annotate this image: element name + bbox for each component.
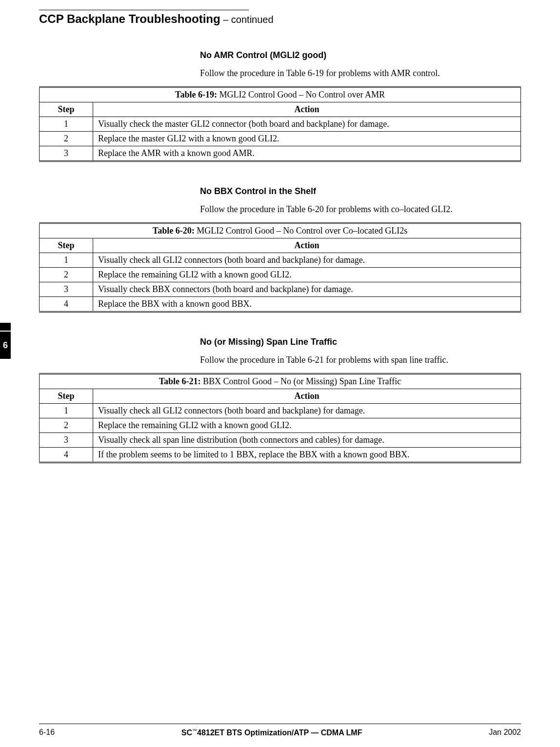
table-6-19: Table 6-19: MGLI2 Control Good – No Cont… (39, 86, 521, 162)
col-step: Step (40, 389, 93, 404)
table-label: Table 6-19: (175, 90, 217, 99)
table-caption: Table 6-21: BBX Control Good – No (or Mi… (40, 374, 521, 389)
chapter-tab: 6 (0, 332, 11, 359)
step-cell: 1 (40, 253, 93, 268)
table-row: 1Visually check the master GLI2 connecto… (40, 117, 521, 132)
action-cell: Visually check all GLI2 connectors (both… (93, 404, 521, 418)
action-cell: Visually check BBX connectors (both boar… (93, 282, 521, 297)
section-heading-amr: No AMR Control (MGLI2 good) (200, 50, 521, 60)
step-cell: 2 (40, 268, 93, 282)
table-caption-text: BBX Control Good – No (or Missing) Span … (201, 376, 401, 386)
top-rule (39, 10, 249, 10)
action-cell: Visually check the master GLI2 connector… (93, 117, 521, 132)
action-cell: Visually check all span line distributio… (93, 433, 521, 448)
action-cell: Replace the AMR with a known good AMR. (93, 146, 521, 161)
col-action: Action (93, 238, 521, 253)
footer-rest: 4812ET BTS Optimization/ATP — CDMA LMF (197, 728, 362, 737)
col-step: Step (40, 238, 93, 253)
step-cell: 3 (40, 282, 93, 297)
footer-row: 6-16 SC™4812ET BTS Optimization/ATP — CD… (39, 728, 521, 737)
table-row: 4Replace the BBX with a known good BBX. (40, 297, 521, 312)
section-text-span: Follow the procedure in Table 6-21 for p… (200, 355, 521, 365)
step-cell: 3 (40, 146, 93, 161)
page: CCP Backplane Troubleshooting – continue… (0, 0, 560, 747)
table-row: 1Visually check all GLI2 connectors (bot… (40, 253, 521, 268)
table-row: 1Visually check all GLI2 connectors (bot… (40, 404, 521, 418)
page-title: CCP Backplane Troubleshooting – continue… (39, 12, 521, 26)
table-caption-text: MGLI2 Control Good – No Control over Co–… (195, 226, 407, 236)
page-title-main: CCP Backplane Troubleshooting (39, 12, 220, 25)
trademark-icon: ™ (192, 728, 197, 733)
step-cell: 2 (40, 418, 93, 433)
action-cell: If the problem seems to be limited to 1 … (93, 448, 521, 463)
action-cell: Visually check all GLI2 connectors (both… (93, 253, 521, 268)
step-cell: 1 (40, 117, 93, 132)
page-footer: 6-16 SC™4812ET BTS Optimization/ATP — CD… (39, 724, 521, 737)
table-row: 2Replace the master GLI2 with a known go… (40, 132, 521, 146)
table-row: 3Replace the AMR with a known good AMR. (40, 146, 521, 161)
table-row: 3Visually check BBX connectors (both boa… (40, 282, 521, 297)
table-caption-row: Table 6-19: MGLI2 Control Good – No Cont… (40, 87, 521, 102)
table-row: 3Visually check all span line distributi… (40, 433, 521, 448)
table-6-20: Table 6-20: MGLI2 Control Good – No Cont… (39, 222, 521, 313)
table-label: Table 6-21: (159, 376, 201, 386)
step-cell: 1 (40, 404, 93, 418)
table-caption: Table 6-20: MGLI2 Control Good – No Cont… (40, 223, 521, 238)
step-cell: 4 (40, 297, 93, 312)
step-cell: 2 (40, 132, 93, 146)
table-row: 4If the problem seems to be limited to 1… (40, 448, 521, 463)
table-label: Table 6-20: (153, 226, 195, 236)
section-heading-span: No (or Missing) Span Line Traffic (200, 337, 521, 347)
table-6-21: Table 6-21: BBX Control Good – No (or Mi… (39, 373, 521, 463)
footer-prefix: SC (181, 728, 192, 737)
footer-page-num: 6-16 (39, 728, 55, 737)
table-row: 2Replace the remaining GLI2 with a known… (40, 418, 521, 433)
action-cell: Replace the remaining GLI2 with a known … (93, 268, 521, 282)
col-action: Action (93, 389, 521, 404)
table-caption-row: Table 6-21: BBX Control Good – No (or Mi… (40, 374, 521, 389)
action-cell: Replace the BBX with a known good BBX. (93, 297, 521, 312)
table-caption: Table 6-19: MGLI2 Control Good – No Cont… (40, 87, 521, 102)
page-title-continued: – continued (220, 14, 274, 25)
table-header-row: Step Action (40, 389, 521, 404)
action-cell: Replace the master GLI2 with a known goo… (93, 132, 521, 146)
col-step: Step (40, 102, 93, 117)
table-row: 2Replace the remaining GLI2 with a known… (40, 268, 521, 282)
section-heading-bbx: No BBX Control in the Shelf (200, 186, 521, 197)
footer-doc-title: SC™4812ET BTS Optimization/ATP — CDMA LM… (181, 728, 362, 737)
table-header-row: Step Action (40, 238, 521, 253)
footer-date: Jan 2002 (489, 728, 521, 737)
section-text-amr: Follow the procedure in Table 6-19 for p… (200, 68, 521, 79)
section-text-bbx: Follow the procedure in Table 6-20 for p… (200, 204, 521, 215)
table-header-row: Step Action (40, 102, 521, 117)
step-cell: 3 (40, 433, 93, 448)
table-caption-row: Table 6-20: MGLI2 Control Good – No Cont… (40, 223, 521, 238)
action-cell: Replace the remaining GLI2 with a known … (93, 418, 521, 433)
footer-rule (39, 724, 521, 724)
table-caption-text: MGLI2 Control Good – No Control over AMR (217, 90, 385, 99)
col-action: Action (93, 102, 521, 117)
step-cell: 4 (40, 448, 93, 463)
